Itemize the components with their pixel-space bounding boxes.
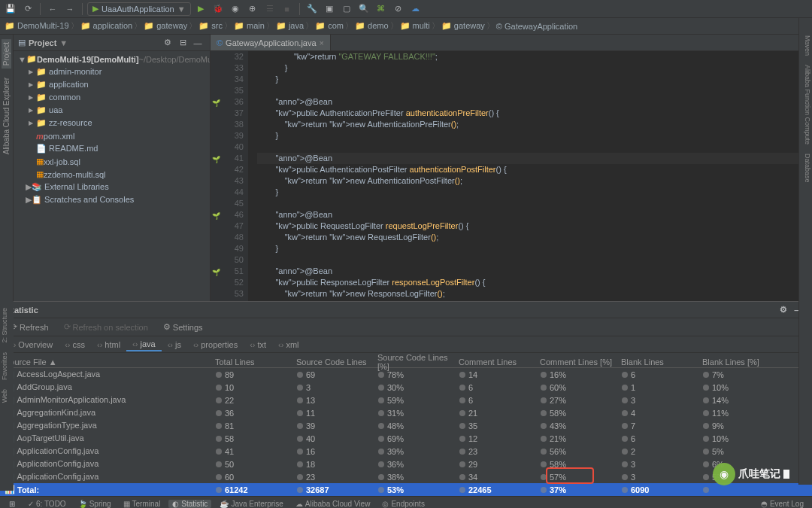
tree-row[interactable]: ▶📁 zz-resource — [14, 117, 210, 129]
svg-point-21 — [216, 410, 222, 416]
tree-row[interactable]: ▦ xxl-job.sql — [14, 155, 210, 168]
breadcrumb-item[interactable]: 📁 main — [234, 21, 265, 31]
table-header[interactable]: Source File ▲Total LinesSource Code Line… — [0, 353, 812, 368]
table-row[interactable]: 📄 AggregationKind.java 36 11 31% 21 58% … — [0, 406, 812, 419]
breadcrumb-item[interactable]: 📁 multi — [400, 21, 430, 31]
table-row[interactable]: 📄 ApplicationConfig.java 50 18 36% 29 58… — [0, 458, 812, 470]
trace-icon[interactable]: ☰ — [262, 2, 277, 17]
todo-tab[interactable]: ✓ 6: TODO — [24, 500, 70, 508]
col-header[interactable]: Source Code Lines [%] — [373, 353, 454, 371]
tree-row[interactable]: m pom.xml — [14, 129, 210, 142]
alibaba-tool-tab[interactable]: Alibaba Cloud Explorer — [2, 75, 11, 157]
search-icon[interactable]: 🔍 — [356, 2, 371, 17]
gear-icon[interactable]: ⚙ — [160, 35, 175, 50]
svg-point-0 — [216, 372, 222, 378]
save-icon[interactable]: 💾 — [3, 2, 18, 17]
breadcrumb-item[interactable]: © GatewayApplication — [496, 22, 577, 31]
breadcrumb-item[interactable]: 📁 application — [80, 21, 133, 31]
breadcrumb-item[interactable]: 📁 com — [315, 21, 344, 31]
hide-icon[interactable]: — — [190, 35, 205, 50]
maven-tab[interactable]: Maven — [799, 33, 812, 58]
clover-icon[interactable]: ⌘ — [374, 2, 389, 17]
collapse-icon[interactable]: ⊟ — [175, 35, 190, 50]
stat-tab-properties[interactable]: ‹› properties — [187, 339, 244, 351]
statistic-tabs: ‹› Overview‹› css‹› html‹› java‹› js‹› p… — [0, 336, 812, 353]
statistic-tab[interactable]: ◐ Statistic — [168, 500, 211, 508]
col-header[interactable]: Comment Lines [%] — [535, 357, 617, 367]
tree-row[interactable]: ▶ 📋 Scratches and Consoles — [14, 193, 210, 206]
redo-icon[interactable]: → — [62, 2, 77, 17]
coverage-icon[interactable]: ◉ — [228, 2, 243, 17]
git-icon[interactable]: ▣ — [322, 2, 337, 17]
stat-tab-xml[interactable]: ‹› xml — [272, 339, 304, 351]
gear-icon[interactable]: ⚙ — [776, 303, 791, 318]
tree-row[interactable]: ▶📁 uaa — [14, 104, 210, 117]
svg-point-22 — [297, 410, 303, 416]
cloud-icon[interactable]: ☁ — [408, 2, 423, 17]
stat-tab-txt[interactable]: ‹› txt — [244, 339, 272, 351]
svg-point-60 — [541, 474, 547, 480]
web-tab[interactable]: Web — [0, 387, 14, 405]
debug-icon[interactable]: 🐞 — [211, 2, 226, 17]
breadcrumb-item[interactable]: 📁 demo — [355, 21, 389, 31]
breadcrumb-item[interactable]: 📁 java — [276, 21, 304, 31]
table-row[interactable]: 📄 AddGroup.java 10 3 30% 6 60% 1 10% — [0, 381, 812, 394]
profile-icon[interactable]: ⊕ — [245, 2, 260, 17]
table-row[interactable]: 📄 AdminMonitorApplication.java 22 13 59%… — [0, 394, 812, 406]
run-icon[interactable]: ▶ — [193, 2, 208, 17]
col-header[interactable]: Source File ▲ — [0, 357, 211, 367]
layout-icon[interactable]: ⊞ — [5, 497, 20, 509]
tree-row[interactable]: ▼ 📁 DemoMulti-19 [DemoMulti] ~/Desktop/D… — [14, 53, 210, 65]
breadcrumb-item[interactable]: 📁 gateway — [441, 21, 485, 31]
table-row[interactable]: 📄 AccessLogAspect.java 89 69 78% 14 16% … — [0, 368, 812, 381]
stop-icon[interactable]: ■ — [280, 2, 295, 17]
stat-tab-java[interactable]: ‹› java — [126, 338, 162, 351]
tree-row[interactable]: ▶ 📚 External Libraries — [14, 181, 210, 193]
favorites-tab[interactable]: Favorites — [0, 350, 14, 382]
stat-tab-html[interactable]: ‹› html — [91, 339, 126, 351]
wrench-icon[interactable]: 🔧 — [304, 2, 320, 17]
stat-tab-js[interactable]: ‹› js — [162, 339, 187, 351]
database-tab[interactable]: Database — [799, 151, 812, 185]
col-header[interactable]: Source Code Lines — [292, 357, 373, 367]
table-row[interactable]: 📊 Total: 61242 32687 53% 22465 37% 6090 — [0, 483, 812, 496]
settings-button[interactable]: ⚙ Settings — [157, 321, 209, 333]
stat-tab-css[interactable]: ‹› css — [59, 339, 91, 351]
editor-tab[interactable]: ©GatewayApplication.java× — [211, 35, 331, 50]
terminal-tab[interactable]: ▦ Terminal — [120, 500, 165, 508]
svg-point-2 — [378, 372, 384, 378]
col-header[interactable]: Total Lines — [211, 357, 292, 367]
code-content[interactable]: "kw">return "GATEWAY FALLBACK!!!"; } } "… — [248, 51, 812, 301]
project-tool-tab[interactable]: Project — [2, 39, 11, 68]
col-header[interactable]: Blank Lines — [617, 357, 698, 367]
breadcrumb-item[interactable]: 📁 src — [198, 21, 223, 31]
sync-icon[interactable]: ⟳ — [20, 2, 35, 17]
tree-row[interactable]: ▶📁 admin-monitor — [14, 65, 210, 78]
project-panel: ▤Project ▼ ⚙ ⊟ — ▼ 📁 DemoMulti-19 [DemoM… — [14, 35, 211, 301]
breadcrumb-item[interactable]: 📁 DemoMulti-19 — [5, 21, 69, 31]
table-row[interactable]: 📄 AopTargetUtil.java 58 40 69% 12 21% 6 … — [0, 432, 812, 445]
project-tree[interactable]: ▼ 📁 DemoMulti-19 [DemoMulti] ~/Desktop/D… — [14, 51, 210, 301]
table-row[interactable]: 📄 AggregationType.java 81 39 48% 35 43% … — [0, 419, 812, 432]
tree-row[interactable]: 📄 README.md — [14, 142, 210, 155]
breadcrumb-item[interactable]: 📁 gateway — [144, 21, 187, 31]
run-config-select[interactable]: ▶UaaAuthApplication▼ — [87, 2, 191, 16]
endpoints-tab[interactable]: ◎ Endpoints — [378, 500, 428, 508]
structure-tab[interactable]: 2: Structure — [0, 306, 14, 345]
javaee-tab[interactable]: ☕ Java Enterprise — [216, 500, 286, 508]
undo-icon[interactable]: ← — [45, 2, 60, 17]
table-row[interactable]: 📄 ApplicationConfig.java 60 23 38% 34 57… — [0, 470, 812, 483]
spring-tab[interactable]: 🍃 Spring — [74, 500, 115, 508]
alibaba-fc-tab[interactable]: Alibaba Function Compute — [799, 62, 812, 147]
eventlog-tab[interactable]: ◓ Event Log — [757, 500, 807, 508]
table-row[interactable]: 📄 ApplicationConfig.java 41 16 39% 23 56… — [0, 445, 812, 458]
tree-row[interactable]: ▶📁 common — [14, 91, 210, 104]
tree-row[interactable]: ▶📁 application — [14, 78, 210, 91]
alibaba-tab[interactable]: ☁ Alibaba Cloud View — [292, 500, 374, 508]
tree-row[interactable]: ▦ zzdemo-multi.sql — [14, 168, 210, 181]
col-header[interactable]: Blank Lines [%] — [698, 357, 779, 367]
col-header[interactable]: Comment Lines — [454, 357, 535, 367]
code-area[interactable]: 3233343536🌱3738394041🌱4243444546🌱4748495… — [211, 51, 812, 301]
rect-icon[interactable]: ▢ — [339, 2, 354, 17]
block-icon[interactable]: ⊘ — [391, 2, 406, 17]
